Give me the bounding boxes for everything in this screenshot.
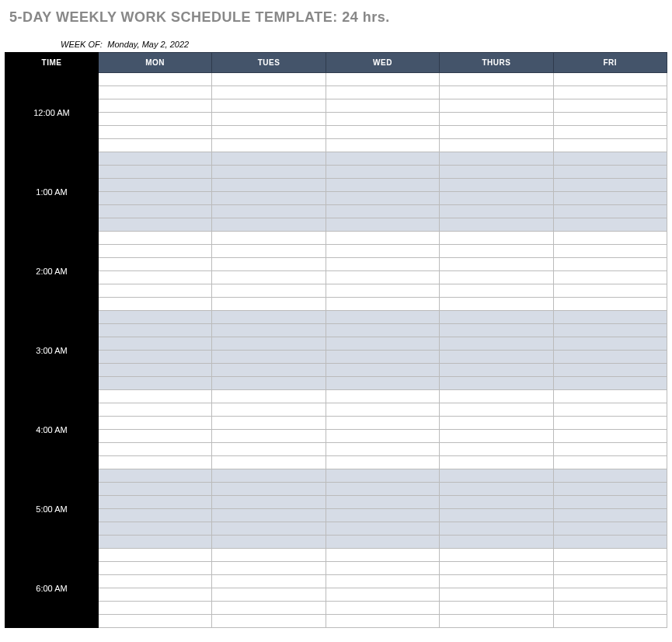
schedule-cell[interactable]	[212, 245, 326, 258]
schedule-cell[interactable]	[99, 469, 212, 483]
schedule-cell[interactable]	[440, 417, 553, 430]
schedule-cell[interactable]	[326, 337, 439, 351]
schedule-cell[interactable]	[212, 483, 326, 496]
schedule-cell[interactable]	[326, 615, 439, 628]
schedule-cell[interactable]	[99, 324, 212, 337]
schedule-cell[interactable]	[99, 456, 212, 469]
schedule-cell[interactable]	[99, 562, 212, 575]
schedule-cell[interactable]	[553, 232, 667, 245]
schedule-cell[interactable]	[212, 562, 326, 575]
schedule-cell[interactable]	[553, 298, 667, 311]
schedule-cell[interactable]	[99, 588, 212, 602]
schedule-cell[interactable]	[440, 192, 553, 205]
schedule-cell[interactable]	[326, 126, 439, 139]
schedule-cell[interactable]	[440, 390, 553, 403]
schedule-cell[interactable]	[553, 271, 667, 284]
schedule-cell[interactable]	[326, 483, 439, 496]
schedule-cell[interactable]	[99, 232, 212, 245]
schedule-cell[interactable]	[212, 324, 326, 337]
schedule-cell[interactable]	[99, 536, 212, 549]
schedule-cell[interactable]	[326, 311, 439, 324]
schedule-cell[interactable]	[99, 139, 212, 152]
schedule-cell[interactable]	[440, 311, 553, 324]
schedule-cell[interactable]	[553, 443, 667, 456]
schedule-cell[interactable]	[553, 377, 667, 390]
schedule-cell[interactable]	[440, 284, 553, 298]
schedule-cell[interactable]	[326, 390, 439, 403]
schedule-cell[interactable]	[553, 166, 667, 179]
schedule-cell[interactable]	[212, 192, 326, 205]
schedule-cell[interactable]	[440, 430, 553, 443]
schedule-cell[interactable]	[99, 549, 212, 562]
schedule-cell[interactable]	[212, 509, 326, 522]
schedule-cell[interactable]	[553, 588, 667, 602]
schedule-cell[interactable]	[326, 166, 439, 179]
schedule-cell[interactable]	[326, 139, 439, 152]
schedule-cell[interactable]	[440, 152, 553, 166]
schedule-cell[interactable]	[212, 602, 326, 615]
schedule-cell[interactable]	[212, 126, 326, 139]
schedule-cell[interactable]	[440, 588, 553, 602]
schedule-cell[interactable]	[553, 351, 667, 364]
schedule-cell[interactable]	[99, 364, 212, 377]
schedule-cell[interactable]	[326, 469, 439, 483]
schedule-cell[interactable]	[326, 324, 439, 337]
schedule-cell[interactable]	[99, 86, 212, 99]
schedule-cell[interactable]	[553, 324, 667, 337]
schedule-cell[interactable]	[440, 575, 553, 588]
schedule-cell[interactable]	[440, 245, 553, 258]
schedule-cell[interactable]	[99, 417, 212, 430]
schedule-cell[interactable]	[440, 73, 553, 86]
schedule-cell[interactable]	[99, 351, 212, 364]
schedule-cell[interactable]	[212, 218, 326, 232]
schedule-cell[interactable]	[326, 113, 439, 126]
schedule-cell[interactable]	[440, 509, 553, 522]
schedule-cell[interactable]	[212, 271, 326, 284]
schedule-cell[interactable]	[553, 337, 667, 351]
schedule-cell[interactable]	[326, 443, 439, 456]
schedule-cell[interactable]	[553, 483, 667, 496]
schedule-cell[interactable]	[326, 245, 439, 258]
schedule-cell[interactable]	[553, 403, 667, 417]
schedule-cell[interactable]	[99, 522, 212, 536]
schedule-cell[interactable]	[440, 364, 553, 377]
schedule-cell[interactable]	[440, 443, 553, 456]
schedule-cell[interactable]	[440, 271, 553, 284]
schedule-cell[interactable]	[99, 602, 212, 615]
schedule-cell[interactable]	[326, 522, 439, 536]
schedule-cell[interactable]	[212, 588, 326, 602]
schedule-cell[interactable]	[326, 218, 439, 232]
schedule-cell[interactable]	[326, 271, 439, 284]
schedule-cell[interactable]	[212, 179, 326, 192]
schedule-cell[interactable]	[99, 509, 212, 522]
schedule-cell[interactable]	[553, 575, 667, 588]
schedule-cell[interactable]	[440, 139, 553, 152]
schedule-cell[interactable]	[326, 179, 439, 192]
schedule-cell[interactable]	[99, 99, 212, 113]
schedule-cell[interactable]	[99, 443, 212, 456]
schedule-cell[interactable]	[553, 192, 667, 205]
schedule-cell[interactable]	[326, 258, 439, 271]
schedule-cell[interactable]	[440, 536, 553, 549]
schedule-cell[interactable]	[440, 456, 553, 469]
schedule-cell[interactable]	[553, 245, 667, 258]
schedule-cell[interactable]	[212, 113, 326, 126]
schedule-cell[interactable]	[440, 205, 553, 218]
schedule-cell[interactable]	[440, 298, 553, 311]
schedule-cell[interactable]	[212, 73, 326, 86]
schedule-cell[interactable]	[326, 364, 439, 377]
schedule-cell[interactable]	[99, 403, 212, 417]
schedule-cell[interactable]	[326, 588, 439, 602]
schedule-cell[interactable]	[326, 152, 439, 166]
schedule-cell[interactable]	[212, 377, 326, 390]
schedule-cell[interactable]	[440, 496, 553, 509]
schedule-cell[interactable]	[553, 417, 667, 430]
schedule-cell[interactable]	[326, 417, 439, 430]
schedule-cell[interactable]	[212, 284, 326, 298]
schedule-cell[interactable]	[212, 205, 326, 218]
schedule-cell[interactable]	[99, 205, 212, 218]
schedule-cell[interactable]	[99, 496, 212, 509]
schedule-cell[interactable]	[553, 218, 667, 232]
schedule-cell[interactable]	[553, 284, 667, 298]
schedule-cell[interactable]	[99, 152, 212, 166]
